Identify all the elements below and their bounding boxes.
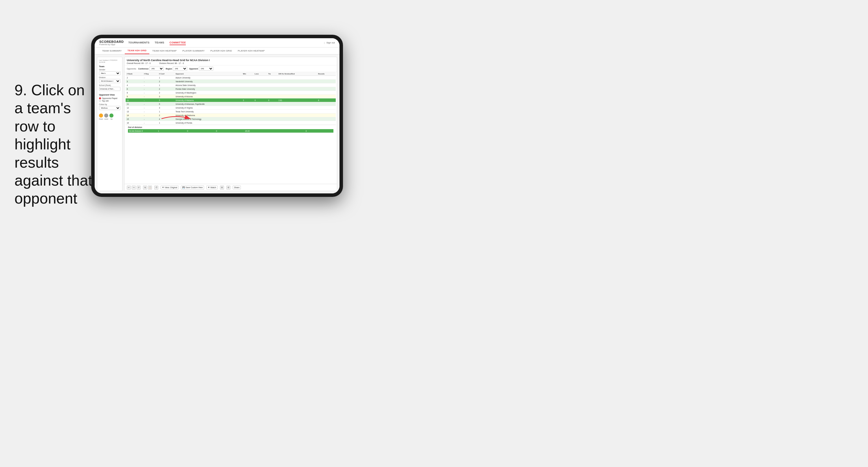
filter-conf-group: Conference (All) — [138, 66, 164, 71]
cell-rank: 8 — [126, 91, 143, 95]
instruction-text: 9. Click on a team's row to highlight re… — [14, 81, 95, 208]
cell-rounds — [317, 83, 336, 87]
radio-top-100[interactable]: Top 100 — [99, 100, 120, 102]
cell-loss — [253, 102, 267, 106]
cell-diff — [277, 114, 317, 117]
cell-rank: 9 — [126, 95, 143, 98]
radio-opponents-played[interactable]: Opponents Played — [99, 97, 120, 99]
cell-conf: 3 — [158, 95, 174, 98]
logo-text: SCOREBOARD — [99, 40, 124, 43]
tab-team-h2h-grid[interactable]: TEAM H2H GRID — [125, 48, 150, 54]
grid-title: University of North Carolina Head-to-Hea… — [127, 59, 335, 62]
col-diff: Diff Av Strokes/Rnd — [277, 72, 317, 76]
cell-diff — [277, 95, 317, 98]
school-input[interactable] — [99, 87, 120, 91]
filter-row: Opponents: Conference (All) Region (All) — [124, 65, 337, 72]
tab-player-h2h-grid[interactable]: PLAYER H2H GRID — [208, 48, 235, 54]
opponent-view-label: Opponent View — [99, 93, 120, 96]
eye-icon: 👁 — [162, 186, 164, 188]
cell-tie — [267, 87, 277, 91]
cell-tie — [267, 95, 277, 98]
cell-opponent: Auburn University — [174, 76, 242, 80]
top-nav: SCOREBOARD Powered by clippi TOURNAMENTS… — [95, 38, 340, 48]
table-row[interactable]: 14-2University of Oklahoma — [126, 114, 336, 117]
out-of-division-row[interactable]: NCAA Division II 1 0 0 26.00 3 — [128, 129, 334, 133]
cell-opponent: University of Arizona — [174, 95, 242, 98]
table-row[interactable]: 4-1Arizona State University — [126, 83, 336, 87]
grid-records: Overall Record: 89 - 17 - 0 Division Rec… — [127, 62, 335, 64]
nav-tournaments[interactable]: TOURNAMENTS — [128, 40, 149, 45]
tab-team-summary[interactable]: TEAM SUMMARY — [99, 48, 125, 54]
cell-reg: - — [143, 95, 158, 98]
cell-opponent: Vanderbilt University — [174, 80, 242, 83]
table-row[interactable]: 11-6University of Arkansas, Fayetteville — [126, 102, 336, 106]
copy-button[interactable]: ⧉ — [143, 185, 147, 189]
save-custom-view-button[interactable]: 💾 Save Custom View — [181, 185, 204, 189]
sign-out-button[interactable]: Sign out — [327, 41, 335, 44]
cell-win — [242, 76, 253, 80]
colour-by-select[interactable]: Win/loss — [99, 106, 120, 110]
left-panel: Last Updated: 27/03/2024 16:55:38 Team G… — [97, 57, 122, 191]
ood-loss: 0 — [186, 129, 215, 133]
ood-label: NCAA Division II — [128, 129, 157, 133]
timestamp: Last Updated: 27/03/2024 16:55:38 — [99, 59, 120, 63]
table-row[interactable]: 16-1University of Florida — [126, 121, 336, 125]
cell-rank: 14 — [126, 114, 143, 117]
cell-conf: 4 — [158, 117, 174, 121]
paste-button[interactable]: 📋 — [148, 185, 152, 189]
cell-opponent: University of Washington — [174, 91, 242, 95]
nav-committee[interactable]: COMMITTEE — [169, 40, 186, 45]
nav-teams[interactable]: TEAMS — [155, 40, 164, 45]
filter-conf-select[interactable]: (All) — [149, 66, 164, 71]
cell-conf: 1 — [158, 83, 174, 87]
col-opponent: Opponent — [174, 72, 242, 76]
share-button[interactable]: Share — [233, 185, 241, 189]
filter-opponent-select[interactable]: (All) — [199, 66, 213, 71]
settings-button[interactable]: ⚙ — [226, 185, 230, 189]
redo-button[interactable]: ↪ — [132, 185, 136, 189]
device-frame: SCOREBOARD Powered by clippi TOURNAMENTS… — [91, 35, 343, 197]
cell-conf: 3 — [158, 106, 174, 110]
tab-player-h2h-heatmap[interactable]: PLAYER H2H HEATMAP — [235, 48, 268, 54]
cell-loss — [253, 121, 267, 125]
cell-win — [242, 83, 253, 87]
table-row[interactable]: 3-2Vanderbilt University — [126, 80, 336, 83]
cell-diff — [277, 83, 317, 87]
gender-select[interactable]: Men's — [99, 71, 120, 75]
table-row[interactable]: 2-1Auburn University — [126, 76, 336, 80]
cell-rank: 6 — [126, 87, 143, 91]
cell-tie — [267, 110, 277, 114]
cell-reg: - — [143, 98, 158, 102]
table-row[interactable]: 11-5University of Alabama3002.618 — [126, 98, 336, 102]
cell-reg: - — [143, 102, 158, 106]
filter-region-label: Region — [165, 68, 172, 70]
tab-team-h2h-heatmap[interactable]: TEAM H2H HEATMAP — [149, 48, 180, 54]
watch-icon: 👁 — [208, 186, 210, 188]
filter-opponent-group: Opponent (All) — [189, 66, 213, 71]
table-row[interactable]: 6-2Florida State University — [126, 87, 336, 91]
tab-player-summary[interactable]: PLAYER SUMMARY — [180, 48, 208, 54]
present-button[interactable]: ⊞ — [220, 185, 224, 189]
cell-tie — [267, 91, 277, 95]
watch-button[interactable]: 👁 Watch — [206, 185, 218, 189]
undo-button[interactable]: ↩ — [127, 185, 131, 189]
cell-opponent: University of Florida — [174, 121, 242, 125]
view-original-button[interactable]: 👁 View: Original — [161, 185, 179, 189]
division-select[interactable]: NCAA Division I — [99, 79, 120, 83]
cell-diff — [277, 87, 317, 91]
table-row[interactable]: 9-3University of Arizona — [126, 95, 336, 98]
table-row[interactable]: 15-4Georgia Institute of Technology — [126, 117, 336, 121]
col-reg: # Reg — [143, 72, 158, 76]
cell-win — [242, 95, 253, 98]
cell-opponent: Texas Tech University — [174, 110, 242, 114]
clock-button[interactable]: ⏱ — [154, 185, 158, 189]
legend-up: Up — [110, 114, 114, 120]
table-row[interactable]: 13-1Texas Tech University — [126, 110, 336, 114]
filter-region-select[interactable]: (All) — [173, 66, 187, 71]
table-row[interactable]: 8-2University of Washington — [126, 91, 336, 95]
reset-button[interactable]: ↺ — [136, 185, 141, 189]
cell-rank: 11 — [126, 98, 143, 102]
radio-dot-top100 — [99, 100, 101, 102]
cell-diff — [277, 110, 317, 114]
table-row[interactable]: 12-3University of Virginia — [126, 106, 336, 110]
